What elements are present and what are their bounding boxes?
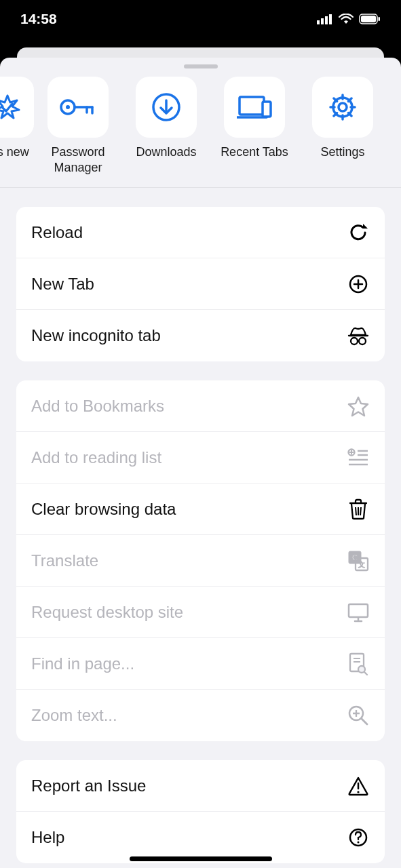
shortcut-downloads[interactable]: Downloads <box>122 77 210 175</box>
menu-section-2: Add to Bookmarks Add to reading list Cle… <box>16 380 385 741</box>
svg-point-24 <box>359 338 366 344</box>
row-reading-list: Add to reading list <box>16 432 385 484</box>
row-label: Report an Issue <box>31 776 146 795</box>
status-icons <box>317 14 381 24</box>
row-help[interactable]: Help <box>16 812 385 863</box>
row-report-issue[interactable]: Report an Issue <box>16 760 385 812</box>
trash-icon <box>347 498 370 521</box>
svg-point-17 <box>339 103 347 111</box>
shortcut-settings[interactable]: Settings <box>299 77 387 175</box>
find-page-icon <box>347 652 370 675</box>
battery-icon <box>359 14 381 24</box>
row-reload[interactable]: Reload <box>16 207 385 258</box>
row-label: Help <box>31 828 64 847</box>
row-label: Request desktop site <box>31 603 183 622</box>
reading-list-icon <box>347 446 370 469</box>
shortcut-label: Settings <box>320 144 364 160</box>
home-indicator[interactable] <box>130 856 272 861</box>
row-desktop-site: Request desktop site <box>16 587 385 638</box>
plus-circle-icon <box>347 273 370 296</box>
devices-icon <box>237 94 272 120</box>
sparkle-badge-icon <box>0 93 22 121</box>
svg-point-54 <box>357 791 359 793</box>
row-add-bookmarks: Add to Bookmarks <box>16 380 385 432</box>
shortcut-label: Recent Tabs <box>221 144 288 160</box>
shortcut-row: t's new Password Manager Downloads <box>0 77 401 188</box>
svg-rect-16 <box>263 102 271 117</box>
status-bar: 14:58 <box>0 0 401 37</box>
shortcut-password-manager[interactable]: Password Manager <box>34 77 122 175</box>
row-translate: Translate G文 <box>16 535 385 587</box>
svg-rect-14 <box>240 97 264 115</box>
svg-text:文: 文 <box>358 561 365 568</box>
row-label: Find in page... <box>31 654 134 673</box>
reload-icon <box>347 221 370 244</box>
svg-rect-5 <box>361 16 376 22</box>
row-zoom-text: Zoom text... <box>16 690 385 741</box>
drag-handle[interactable] <box>184 64 218 68</box>
svg-point-8 <box>66 105 70 109</box>
svg-point-23 <box>351 338 358 344</box>
svg-rect-2 <box>325 16 328 24</box>
row-find-in-page: Find in page... <box>16 638 385 690</box>
row-label: New Tab <box>31 275 94 294</box>
key-icon <box>60 97 96 117</box>
svg-rect-41 <box>349 604 368 617</box>
shortcut-label: Downloads <box>136 144 196 160</box>
svg-point-18 <box>333 98 352 117</box>
svg-rect-3 <box>329 14 332 24</box>
row-label: Add to Bookmarks <box>31 397 164 416</box>
shortcut-recent-tabs[interactable]: Recent Tabs <box>210 77 299 175</box>
translate-icon: G文 <box>347 549 370 572</box>
row-label: Translate <box>31 551 98 570</box>
row-new-tab[interactable]: New Tab <box>16 258 385 310</box>
svg-point-56 <box>358 842 360 844</box>
svg-line-48 <box>364 672 367 675</box>
wifi-icon <box>339 14 354 24</box>
cellular-icon <box>317 14 333 24</box>
row-label: Add to reading list <box>31 448 161 467</box>
shortcut-label: t's new <box>0 144 29 160</box>
svg-line-52 <box>362 719 367 724</box>
status-time: 14:58 <box>20 11 57 27</box>
menu-section-1: Reload New Tab New incognito tab <box>16 207 385 361</box>
desktop-icon <box>347 601 370 624</box>
row-label: Reload <box>31 223 83 242</box>
shortcut-whats-new[interactable]: t's new <box>0 77 34 175</box>
download-circle-icon <box>151 92 181 122</box>
row-clear-data[interactable]: Clear browsing data <box>16 484 385 535</box>
incognito-icon <box>347 324 370 347</box>
svg-rect-6 <box>379 17 381 21</box>
svg-line-34 <box>356 507 356 515</box>
row-label: Zoom text... <box>31 706 117 725</box>
help-icon <box>347 826 370 849</box>
warning-icon <box>347 774 370 797</box>
row-label: New incognito tab <box>31 326 161 345</box>
star-icon <box>347 395 370 418</box>
row-incognito-tab[interactable]: New incognito tab <box>16 310 385 361</box>
zoom-icon <box>347 704 370 727</box>
row-label: Clear browsing data <box>31 500 176 519</box>
svg-line-36 <box>360 507 361 515</box>
svg-rect-0 <box>317 20 320 24</box>
shortcut-label: Password Manager <box>34 144 122 175</box>
menu-sheet: t's new Password Manager Downloads <box>0 58 401 868</box>
menu-section-3: Report an Issue Help <box>16 760 385 863</box>
svg-rect-1 <box>321 18 324 24</box>
gear-icon <box>328 92 358 122</box>
